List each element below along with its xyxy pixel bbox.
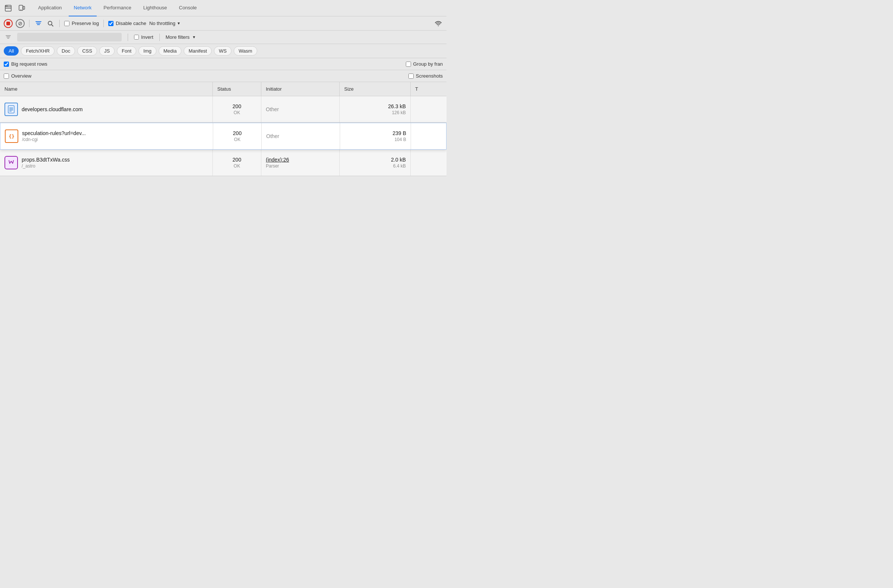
row-name-sub: /_astro	[22, 164, 70, 169]
row-name-main: speculation-rules?url=dev...	[22, 130, 86, 136]
filter-chip-media[interactable]: Media	[159, 46, 182, 56]
row-initiator: Other	[266, 106, 279, 112]
row-status-code: 200	[233, 104, 241, 110]
row-name-text: developers.cloudflare.com	[22, 106, 83, 112]
filter-chip-font[interactable]: Font	[117, 46, 136, 56]
file-icon-doc	[5, 103, 18, 116]
overview-label[interactable]: Overview	[4, 73, 32, 79]
separator-3	[104, 20, 104, 27]
big-request-rows-label[interactable]: Big request rows	[4, 61, 47, 67]
row-time-cell	[410, 150, 446, 176]
preserve-log-checkbox[interactable]	[64, 21, 69, 26]
filter-chip-ws[interactable]: WS	[214, 46, 232, 56]
row-size-sub: 126 kB	[392, 110, 406, 115]
clear-icon: ⊘	[18, 21, 23, 26]
svg-rect-11	[8, 106, 14, 113]
filter-chip-css[interactable]: CSS	[77, 46, 97, 56]
filter-chip-js[interactable]: JS	[99, 46, 114, 56]
row-status-text: OK	[234, 164, 240, 169]
svg-point-4	[7, 6, 8, 6]
filter-chip-fetch/xhr[interactable]: Fetch/XHR	[21, 46, 54, 56]
toolbar: ⊘ Preserve log Disable cache No throttli…	[0, 16, 446, 31]
row-initiator-link[interactable]: (index):26	[266, 157, 289, 163]
filter-chip-img[interactable]: Img	[138, 46, 156, 56]
row-size-sub: 104 B	[395, 137, 406, 142]
row-status-cell: 200 OK	[213, 150, 261, 176]
chevron-down-icon-filters: ▼	[192, 35, 196, 39]
invert-checkbox[interactable]	[134, 35, 139, 39]
svg-rect-6	[23, 6, 25, 9]
devtools-device-icon[interactable]	[17, 3, 27, 14]
row-size-main: 239 B	[392, 130, 406, 136]
row-initiator-sub: Parser	[266, 164, 289, 169]
filter-chip-wasm[interactable]: Wasm	[234, 46, 257, 56]
table-row[interactable]: developers.cloudflare.com 200 OK Other 2…	[0, 96, 446, 123]
svg-point-7	[21, 9, 21, 10]
table-header: Name Status Initiator Size T	[0, 82, 446, 96]
tab-console[interactable]: Console	[174, 0, 202, 16]
row-name-text: props.B3dtTxWa.css /_astro	[22, 157, 70, 169]
search-button[interactable]	[46, 19, 55, 28]
overview-checkbox[interactable]	[4, 74, 9, 79]
devtools-inspect-icon[interactable]	[3, 3, 14, 14]
row-status-cell: 200 OK	[213, 96, 261, 122]
table-row[interactable]: props.B3dtTxWa.css /_astro 200 OK (index…	[0, 150, 446, 176]
stop-icon	[6, 22, 10, 26]
file-icon-json: {}	[5, 129, 18, 143]
big-request-rows-checkbox[interactable]	[4, 62, 9, 67]
tab-lighthouse[interactable]: Lighthouse	[138, 0, 173, 16]
group-by-frame-label[interactable]: Group by fran	[406, 61, 443, 67]
row-initiator-cell: Other	[261, 96, 340, 122]
group-by-frame-checkbox[interactable]	[406, 62, 411, 67]
throttling-select[interactable]: No throttling ▼	[149, 21, 181, 26]
filter-input[interactable]	[17, 33, 122, 41]
separator-filter-2	[159, 34, 160, 41]
svg-point-3	[6, 6, 6, 6]
disable-cache-checkbox-label[interactable]: Disable cache	[108, 21, 146, 26]
filter-input-icon	[4, 33, 13, 42]
svg-point-10	[438, 25, 439, 26]
filter-toggle-button[interactable]	[34, 19, 43, 28]
options-row-2: Overview Screenshots	[0, 70, 446, 82]
row-initiator-cell: Other	[262, 123, 340, 149]
disable-cache-checkbox[interactable]	[108, 21, 113, 26]
tab-performance[interactable]: Performance	[98, 0, 136, 16]
row-status-cell: 200 OK	[213, 123, 262, 149]
svg-line-9	[51, 25, 53, 26]
tab-network[interactable]: Network	[69, 0, 97, 16]
row-size-cell: 239 B 104 B	[340, 123, 411, 149]
row-name-text: speculation-rules?url=dev... /cdn-cgi	[22, 130, 86, 142]
filter-chip-doc[interactable]: Doc	[57, 46, 75, 56]
options-row-1: Big request rows Group by fran	[0, 58, 446, 70]
stop-recording-button[interactable]	[4, 19, 13, 28]
th-size[interactable]: Size	[340, 82, 410, 96]
row-size-cell: 26.3 kB 126 kB	[340, 96, 410, 122]
th-name[interactable]: Name	[0, 82, 213, 96]
th-initiator[interactable]: Initiator	[261, 82, 340, 96]
separator-2	[59, 20, 60, 27]
th-time[interactable]: T	[410, 82, 446, 96]
preserve-log-checkbox-label[interactable]: Preserve log	[64, 21, 99, 26]
th-status[interactable]: Status	[213, 82, 261, 96]
row-size-main: 26.3 kB	[388, 104, 406, 110]
row-name-cell: props.B3dtTxWa.css /_astro	[0, 150, 213, 176]
type-filter-row: AllFetch/XHRDocCSSJSFontImgMediaManifest…	[0, 44, 446, 58]
screenshots-label[interactable]: Screenshots	[409, 73, 443, 79]
invert-checkbox-label[interactable]: Invert	[134, 34, 153, 40]
row-size-main: 2.0 kB	[391, 157, 406, 163]
file-icon-css	[5, 156, 18, 170]
devtools-icons	[3, 3, 27, 14]
filter-row: Invert More filters ▼	[0, 31, 446, 44]
filter-chip-manifest[interactable]: Manifest	[184, 46, 212, 56]
clear-log-button[interactable]: ⊘	[16, 19, 25, 28]
more-filters-button[interactable]: More filters ▼	[166, 34, 196, 40]
tab-bar: Application Network Performance Lighthou…	[0, 0, 446, 16]
row-size-sub: 6.4 kB	[393, 164, 406, 169]
screenshots-checkbox[interactable]	[409, 74, 413, 79]
row-status-code: 200	[233, 130, 242, 136]
table-row[interactable]: {} speculation-rules?url=dev... /cdn-cgi…	[0, 123, 446, 150]
separator-filter	[128, 34, 128, 41]
row-size-cell: 2.0 kB 6.4 kB	[340, 150, 410, 176]
filter-chip-all[interactable]: All	[4, 46, 19, 56]
tab-application[interactable]: Application	[33, 0, 67, 16]
